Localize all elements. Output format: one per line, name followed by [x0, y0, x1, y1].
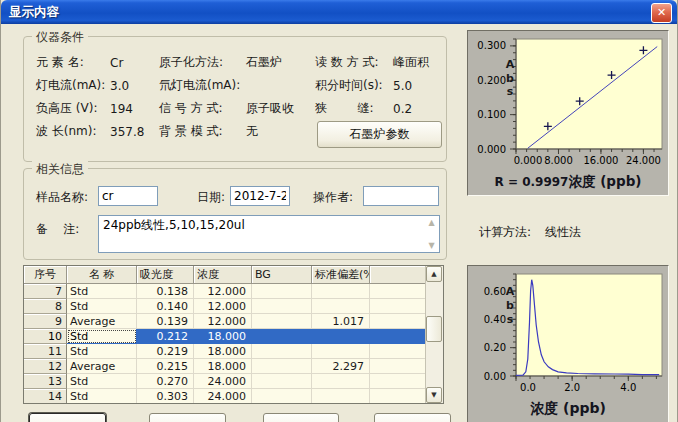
table-cell[interactable]: 0.303: [137, 389, 194, 404]
table-cell[interactable]: [312, 389, 370, 404]
table-row[interactable]: 9Average0.13912.0001.017: [24, 314, 426, 329]
table-cell[interactable]: 24.000: [194, 374, 252, 389]
table-cell[interactable]: 18.000: [194, 344, 252, 359]
column-header[interactable]: [370, 266, 426, 284]
table-cell[interactable]: 12.000: [194, 299, 252, 314]
table-cell[interactable]: [252, 359, 312, 374]
titlebar[interactable]: 显示内容 ✕: [1, 0, 677, 24]
operator-label: 操作者:: [313, 189, 353, 206]
table-cell[interactable]: [312, 299, 370, 314]
scroll-down-button[interactable]: ▼: [426, 387, 442, 403]
scroll-up-button[interactable]: ▲: [426, 266, 442, 282]
x-tick-label: 0.0: [520, 382, 536, 393]
table-cell[interactable]: [252, 329, 312, 344]
table-cell[interactable]: 12: [24, 359, 67, 374]
table-cell[interactable]: [370, 359, 426, 374]
scroll-thumb[interactable]: [426, 316, 442, 342]
table-cell[interactable]: 11: [24, 344, 67, 359]
table-cell[interactable]: 0.140: [137, 299, 194, 314]
table-cell[interactable]: 0.270: [137, 374, 194, 389]
x-tick-label: 24.000: [626, 155, 661, 166]
table-cell[interactable]: Std: [67, 344, 137, 359]
table-cell[interactable]: 9: [24, 314, 67, 329]
y-tick-label: 0.100: [477, 109, 506, 120]
column-header[interactable]: 标准偏差(%: [312, 266, 370, 284]
column-header[interactable]: 吸光度: [137, 266, 194, 284]
note-scroll-up-icon[interactable]: ▲: [425, 217, 438, 228]
table-cell[interactable]: 24.000: [194, 389, 252, 404]
table-cell[interactable]: 2.297: [312, 359, 370, 374]
table-cell[interactable]: Average: [67, 314, 137, 329]
table-cell[interactable]: [252, 344, 312, 359]
y-axis-label-char: b: [506, 299, 514, 312]
bottom-button-4[interactable]: [374, 413, 451, 422]
field-label: 信 号 方 式:: [159, 100, 246, 117]
table-cell[interactable]: 0.215: [137, 359, 194, 374]
table-cell[interactable]: 14: [24, 389, 67, 404]
table-cell[interactable]: 0.219: [137, 344, 194, 359]
sample-name-label: 样品名称:: [36, 189, 88, 206]
table-cell[interactable]: [312, 329, 370, 344]
table-cell[interactable]: [370, 314, 426, 329]
table-cell[interactable]: Average: [67, 359, 137, 374]
table-row[interactable]: 7Std0.13812.000: [24, 284, 426, 299]
table-cell[interactable]: [312, 344, 370, 359]
bottom-button-1[interactable]: [29, 413, 106, 422]
table-row[interactable]: 12Average0.21518.0002.297: [24, 359, 426, 374]
date-input[interactable]: [230, 186, 290, 206]
table-cell[interactable]: 8: [24, 299, 67, 314]
column-header[interactable]: BG: [252, 266, 312, 284]
peak-chart-panel: 0.000.200.400.600.02.04.0Abs 浓度 (ppb): [467, 265, 669, 422]
table-cell[interactable]: 7: [24, 284, 67, 299]
column-header[interactable]: 名 称: [67, 266, 137, 284]
table-cell[interactable]: [370, 344, 426, 359]
table-cell[interactable]: 0.212: [137, 329, 194, 344]
table-cell[interactable]: 18.000: [194, 329, 252, 344]
table-cell[interactable]: [370, 389, 426, 404]
bottom-button-2[interactable]: [149, 413, 226, 422]
table-row[interactable]: 13Std0.27024.000: [24, 374, 426, 389]
table-row[interactable]: 11Std0.21918.000: [24, 344, 426, 359]
table-cell[interactable]: [370, 284, 426, 299]
table-cell[interactable]: 18.000: [194, 359, 252, 374]
close-button[interactable]: ✕: [651, 3, 672, 23]
table-cell[interactable]: Std: [67, 284, 137, 299]
table-cell[interactable]: Std: [67, 374, 137, 389]
table-cell[interactable]: 0.139: [137, 314, 194, 329]
table-cell[interactable]: 10: [24, 329, 67, 344]
calibration-chart-panel: 0.0000.1000.2000.3000.0008.00016.00024.0…: [467, 30, 669, 196]
table-cell[interactable]: [312, 284, 370, 299]
column-header[interactable]: 浓度: [194, 266, 252, 284]
operator-input[interactable]: [363, 186, 439, 206]
sample-name-input[interactable]: [98, 186, 158, 206]
table-cell[interactable]: 12.000: [194, 314, 252, 329]
table-cell[interactable]: 1.017: [312, 314, 370, 329]
table-cell[interactable]: 13: [24, 374, 67, 389]
bottom-button-3[interactable]: [263, 413, 339, 422]
table-cell[interactable]: Std: [67, 299, 137, 314]
field-value: 0.2: [393, 102, 440, 116]
note-scroll-down-icon[interactable]: ▼: [425, 240, 438, 251]
table-cell[interactable]: [252, 389, 312, 404]
calibration-axis-label: 浓度 (ppb): [568, 173, 641, 189]
table-cell[interactable]: [252, 314, 312, 329]
note-textarea[interactable]: 24ppb线性,5,10,15,20ul: [98, 215, 440, 253]
table-row[interactable]: 8Std0.14012.000: [24, 299, 426, 314]
table-cell[interactable]: [312, 374, 370, 389]
column-header[interactable]: 序号: [24, 266, 67, 284]
table-cell[interactable]: Std: [67, 329, 137, 344]
table-cell[interactable]: [252, 374, 312, 389]
table-cell[interactable]: [252, 284, 312, 299]
table-cell[interactable]: [252, 299, 312, 314]
table-cell[interactable]: Std: [67, 389, 137, 404]
y-axis-label-char: b: [506, 72, 514, 85]
table-cell[interactable]: 12.000: [194, 284, 252, 299]
table-scrollbar[interactable]: ▲ ▼: [425, 266, 443, 403]
table-cell[interactable]: [370, 329, 426, 344]
table-row[interactable]: 14Std0.30324.000: [24, 389, 426, 404]
table-row[interactable]: 10Std0.21218.000: [24, 329, 426, 344]
table-cell[interactable]: 0.138: [137, 284, 194, 299]
table-cell[interactable]: [370, 374, 426, 389]
graphite-furnace-params-button[interactable]: 石墨炉参数: [317, 121, 442, 148]
table-cell[interactable]: [370, 299, 426, 314]
